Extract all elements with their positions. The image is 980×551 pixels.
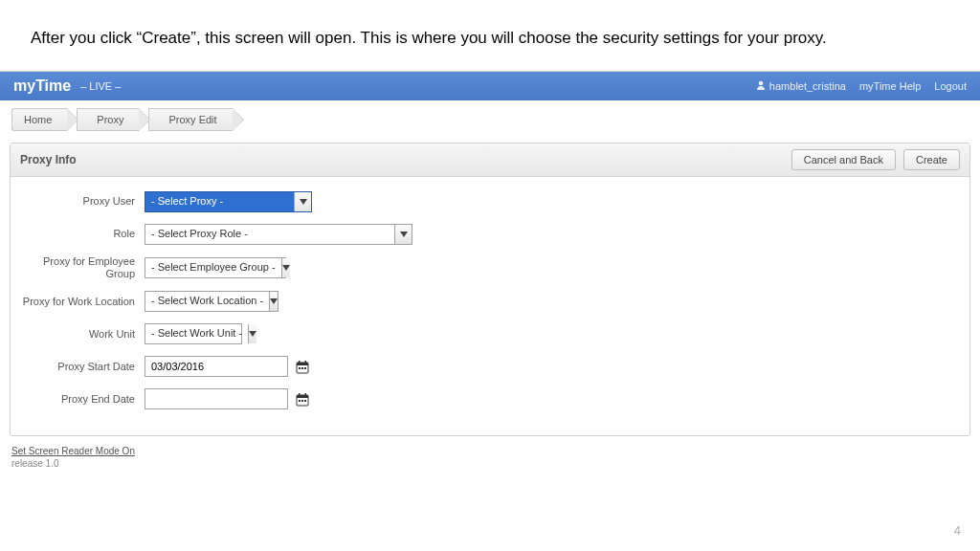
svg-rect-10 [299,393,301,396]
svg-rect-9 [297,395,308,398]
employee-group-label: Proxy for Employee Group [20,255,145,280]
screen-reader-link[interactable]: Set Screen Reader Mode On [11,446,135,456]
chevron-down-icon [294,192,311,211]
svg-rect-12 [299,400,301,402]
topbar: myTime – LIVE – hamblet_cristina myTime … [0,72,980,100]
calendar-icon[interactable] [296,360,309,374]
proxy-info-panel: Proxy Info Cancel and Back Create Proxy … [10,143,970,436]
logout-link[interactable]: Logout [934,80,967,92]
username-text: hamblet_cristina [769,80,846,92]
chevron-down-icon [269,292,278,311]
chevron-down-icon [281,258,290,277]
slide-caption: After you click “Create”, this screen wi… [0,0,980,71]
start-date-input[interactable] [145,356,288,377]
svg-point-0 [759,81,764,86]
role-label: Role [20,228,145,240]
svg-rect-7 [304,367,306,369]
work-location-label: Proxy for Work Location [20,296,145,308]
role-value: - Select Proxy Role - [145,225,254,244]
work-unit-label: Work Unit [20,328,145,341]
brand-bold: Time [35,77,71,94]
breadcrumb-proxy-edit[interactable]: Proxy Edit [148,108,232,131]
brand-prefix: my [13,77,35,94]
breadcrumb: Home Proxy Proxy Edit [0,100,980,139]
work-unit-select[interactable]: - Select Work Unit - [145,323,242,344]
start-date-label: Proxy Start Date [20,361,145,373]
proxy-user-value: - Select Proxy - [145,192,229,211]
app-container: myTime – LIVE – hamblet_cristina myTime … [0,71,980,469]
svg-rect-5 [299,367,301,369]
svg-rect-2 [297,363,308,365]
svg-rect-13 [301,400,303,402]
end-date-input[interactable] [145,388,288,409]
username-link[interactable]: hamblet_cristina [756,80,846,92]
role-select[interactable]: - Select Proxy Role - [145,224,412,245]
release-label: release 1.0 [11,458,969,469]
footer: Set Screen Reader Mode On release 1.0 [11,446,969,469]
work-unit-value: - Select Work Unit - [145,324,248,343]
page-number: 4 [954,523,961,538]
app-brand: myTime [13,77,71,95]
user-icon [756,80,766,90]
end-date-label: Proxy End Date [20,393,145,406]
cancel-and-back-button[interactable]: Cancel and Back [791,149,896,170]
work-location-value: - Select Work Location - [145,292,269,311]
env-label: – LIVE – [80,80,121,92]
breadcrumb-home[interactable]: Home [11,108,67,131]
panel-header: Proxy Info Cancel and Back Create [11,143,969,177]
user-links: hamblet_cristina myTime Help Logout [756,80,967,92]
svg-rect-4 [305,361,307,364]
employee-group-value: - Select Employee Group - [145,258,281,277]
help-link[interactable]: myTime Help [859,80,921,92]
svg-rect-3 [299,361,301,364]
chevron-down-icon [248,324,256,343]
create-button[interactable]: Create [903,149,960,170]
calendar-icon[interactable] [296,392,309,407]
breadcrumb-proxy[interactable]: Proxy [77,108,139,131]
svg-rect-11 [305,393,307,396]
work-location-select[interactable]: - Select Work Location - [145,291,278,312]
svg-rect-14 [304,400,306,402]
panel-title: Proxy Info [20,153,77,166]
svg-rect-6 [301,367,303,369]
proxy-user-label: Proxy User [20,195,145,208]
proxy-user-select[interactable]: - Select Proxy - [145,191,312,212]
employee-group-select[interactable]: - Select Employee Group - [145,257,286,278]
chevron-down-icon [394,225,412,244]
panel-body: Proxy User - Select Proxy - Role - Selec… [11,177,969,435]
